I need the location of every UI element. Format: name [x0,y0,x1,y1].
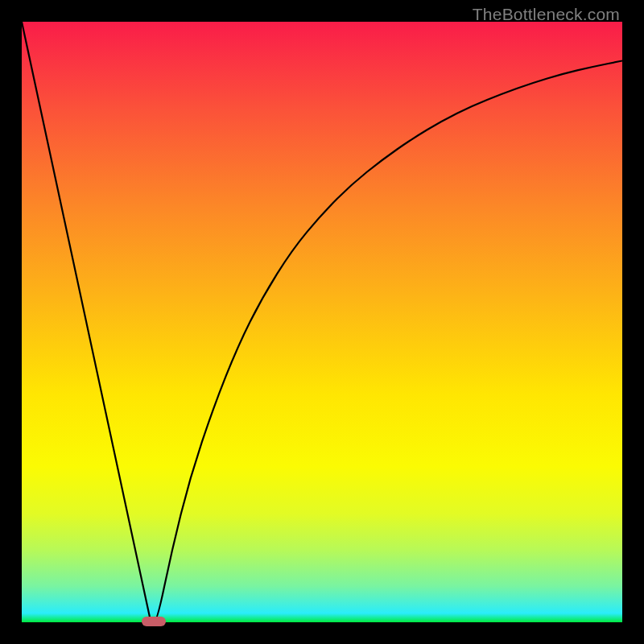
chart-min-marker [142,617,166,626]
chart-line-path [22,22,622,622]
watermark-text: TheBottleneck.com [473,5,620,24]
chart-curve [22,22,622,622]
chart-plot-area [22,22,622,622]
